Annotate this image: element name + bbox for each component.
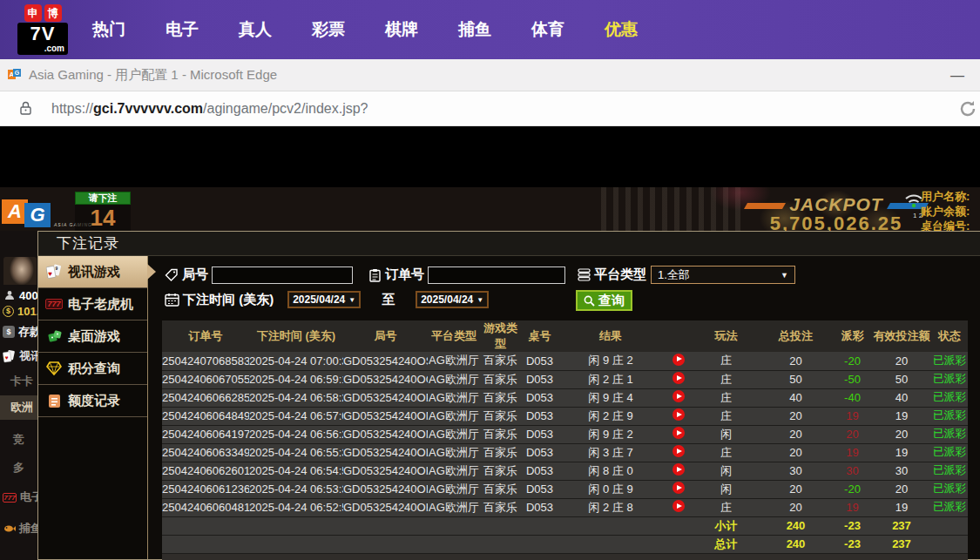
fishing-king-label[interactable]: 捕鱼王 [19,521,37,536]
play-video-button[interactable] [672,463,685,476]
slot-games-label[interactable]: 电子游戏 [20,489,37,505]
cell-total-bet: 20 [759,407,833,425]
video-tab-label[interactable]: 视讯 [19,348,37,364]
play-video-button[interactable] [672,482,685,494]
cell-status: 已派彩 [931,498,968,516]
cell-playtype: 庄 [693,407,759,425]
deposit-label[interactable]: 存款 [18,324,37,340]
lock-icon[interactable] [19,101,32,116]
nav-item-promo[interactable]: 优惠 [604,18,639,41]
cell-valid-bet: 19 [872,498,931,516]
nav-item-live[interactable]: 真人 [238,18,273,41]
hall-duo-label[interactable]: 多 [3,460,24,476]
play-video-button[interactable] [672,445,685,457]
cell-round: GD053254240OQ [343,370,428,388]
nav-item-sports[interactable]: 体育 [531,18,565,41]
filter-row-1: 局号 订单号 平台类型 [165,266,980,284]
cell-valid-bet: 19 [872,407,931,425]
cell-round: GD053254240OK [343,462,428,480]
search-button[interactable]: 查询 [576,290,632,311]
cell-table: D053 [521,370,558,388]
modal-header: 下注记录 [38,232,980,256]
cell-status: 已派彩 [931,388,968,407]
play-video-button[interactable] [672,390,685,402]
hall-kaka-label[interactable]: 卡卡 [3,374,33,389]
calendar-icon [165,293,179,307]
nav-item-chess[interactable]: 棋牌 [384,18,419,41]
sidebar-item-table-games[interactable]: 桌面游戏 [38,320,147,353]
refresh-icon[interactable] [957,98,978,119]
bet-time-label: 下注时间 (美东) [165,292,274,308]
cell-game: 百家乐 [480,443,521,462]
logo-badge-shen: 申 [24,4,42,22]
cell-payout: 30 [833,462,872,480]
play-video-button[interactable] [672,372,685,384]
cell-payout: -20 [833,352,872,370]
cell-time: 2025-04-24 06:58:27 [249,388,343,407]
cell-total-bet: 20 [759,443,833,462]
order-input[interactable] [428,267,565,284]
table-number-label: 桌台编号: [921,219,980,231]
hall-jing-label[interactable]: 竞 [3,432,24,448]
cell-result: 闲 0 庄 9 [558,480,663,498]
play-icon [677,356,682,361]
site-logo[interactable]: 申 博 7V .com [17,4,68,55]
cell-table: D053 [521,388,558,407]
black-band [0,127,980,187]
user-icon [3,289,16,302]
cell-round: GD053254240OM [343,425,428,443]
minimize-button[interactable]: — [945,59,970,91]
sidebar-item-points-query[interactable]: 积分查询 [38,353,147,385]
table-row: 250424060662853 2025-04-24 06:58:27 GD05… [162,388,968,407]
cell-playtype: 闲 [693,462,759,480]
cell-playtype: 闲 [693,480,759,498]
cell-playtype: 庄 [693,352,759,370]
cell-play-video [663,407,693,425]
date-to-picker[interactable]: 2025/04/24 ▼ [416,291,489,308]
round-input[interactable] [212,267,353,284]
cell-payout: 19 [833,443,872,462]
play-video-button[interactable] [672,408,685,421]
jackpot-value: 5,705,026.25 [749,214,923,231]
date-to-value: 2025/04/24 [421,293,473,306]
deposit-icon: $ [3,326,15,338]
cell-table: D053 [521,407,558,425]
balance-value: 101. [17,305,37,318]
play-icon [677,467,682,472]
hall-europe-label[interactable]: 欧洲 [3,400,33,415]
svg-text:♥: ♥ [48,270,52,278]
cell-order: 250424060604815 [162,498,249,516]
total-valid: 237 [872,535,931,553]
cell-payout: 19 [833,407,872,425]
play-icon [677,412,682,417]
ag-logo-g: G [24,203,51,227]
cell-total-bet: 20 [759,425,833,443]
cell-playtype: 闲 [693,425,759,443]
sidebar-item-slot-machines[interactable]: 777 电子老虎机 [38,288,147,320]
play-video-button[interactable] [672,354,685,366]
nav-item-fishing[interactable]: 捕鱼 [457,18,492,41]
cell-result: 闲 2 庄 1 [558,370,663,388]
url-field[interactable]: https://gci.7vvvvvv.com/agingame/pcv2/in… [51,101,368,117]
total-bet: 240 [759,535,833,553]
cell-playtype: 庄 [693,388,759,407]
cell-status: 已派彩 [931,462,968,480]
play-video-button[interactable] [672,427,685,439]
cards-icon: 9♥ [46,264,62,280]
bet-prompt: 请下注 [75,192,131,205]
tag-icon [165,268,179,282]
cell-play-video [663,425,693,443]
jackpot-label: JACKPOT [777,196,895,213]
date-from-picker[interactable]: 2025/04/24 ▼ [287,291,361,308]
countdown-value: 14 [75,205,131,231]
sidebar-item-video-games[interactable]: 9♥ 视讯游戏 [38,256,147,288]
sidebar-item-credit-records[interactable]: 额度记录 [38,385,147,417]
col-time: 下注时间 (美东) [249,320,343,352]
platform-select[interactable]: 1.全部 ▼ [651,266,795,284]
cell-time: 2025-04-24 06:55:33 [249,443,343,462]
nav-item-slots[interactable]: 电子 [165,18,199,41]
table-row: 250424060670552 2025-04-24 06:59:11 GD05… [162,370,968,388]
nav-item-hot[interactable]: 热门 [91,18,126,41]
nav-item-lottery[interactable]: 彩票 [311,18,346,41]
play-video-button[interactable] [672,500,685,512]
